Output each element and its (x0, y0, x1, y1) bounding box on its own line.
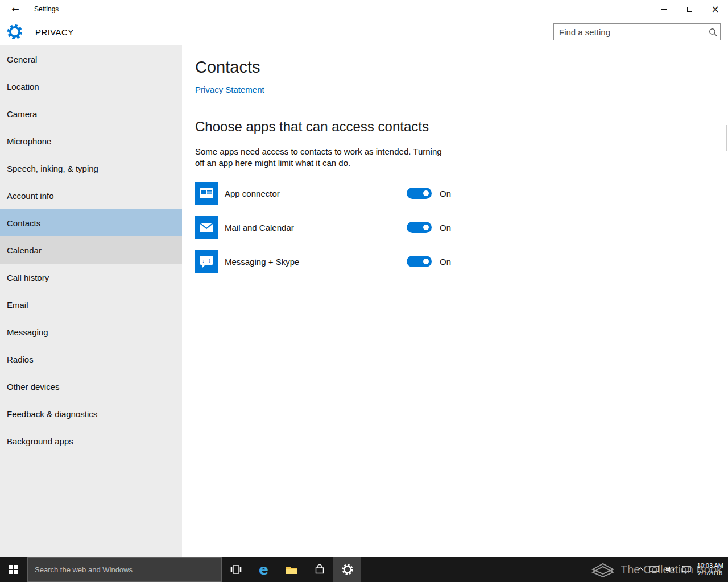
restore-button[interactable] (677, 0, 702, 18)
volume-icon[interactable] (665, 566, 676, 573)
sidebar-item-contacts[interactable]: Contacts (0, 209, 182, 236)
search-icon[interactable] (705, 28, 720, 36)
page-title: Contacts (195, 58, 728, 77)
app-header: PRIVACY (0, 18, 728, 45)
settings-content: Contacts Privacy Statement Choose apps t… (182, 45, 728, 557)
back-button[interactable]: ← (6, 0, 25, 18)
store-icon (315, 564, 325, 575)
file-explorer-icon (286, 565, 298, 575)
edge-button[interactable]: e (250, 557, 278, 582)
messaging-skype-toggle[interactable] (407, 256, 432, 267)
system-tray: 10:03 AM 2/1/2016 (638, 557, 728, 582)
toggle-state-label: On (440, 223, 451, 232)
svg-text::-): :-) (202, 258, 211, 264)
windows-logo-icon (9, 565, 18, 574)
scrollbar-thumb[interactable] (726, 125, 727, 151)
app-name: Messaging + Skype (225, 257, 407, 267)
start-button[interactable] (0, 557, 27, 582)
app-name: App connector (225, 189, 407, 198)
privacy-statement-link[interactable]: Privacy Statement (195, 85, 264, 94)
app-connector-toggle[interactable] (407, 188, 432, 199)
minimize-icon (661, 9, 667, 10)
sidebar-item-call-history[interactable]: Call history (0, 264, 182, 291)
sidebar-item-speech-inking-typing[interactable]: Speech, inking, & typing (0, 155, 182, 182)
sidebar-item-general[interactable]: General (0, 45, 182, 73)
sidebar-item-other-devices[interactable]: Other devices (0, 373, 182, 400)
network-icon[interactable] (649, 566, 659, 574)
minimize-button[interactable] (651, 0, 677, 18)
toggle-knob (423, 225, 429, 230)
find-setting-searchbox (553, 23, 721, 40)
window-title: Settings (34, 0, 59, 18)
file-explorer-button[interactable] (278, 557, 305, 582)
main-area: General Location Camera Microphone Speec… (0, 45, 728, 557)
back-arrow-icon: ← (11, 4, 19, 15)
toggle-knob (423, 259, 429, 264)
toggle-state-label: On (440, 257, 451, 267)
sidebar-item-microphone[interactable]: Microphone (0, 127, 182, 155)
sidebar-item-calendar[interactable]: Calendar (0, 236, 182, 264)
window-controls: × (651, 0, 728, 18)
sidebar-item-background-apps[interactable]: Background apps (0, 427, 182, 455)
task-view-icon (230, 565, 242, 574)
edge-icon: e (259, 563, 268, 577)
sidebar-item-feedback-diagnostics[interactable]: Feedback & diagnostics (0, 400, 182, 427)
titlebar: ← Settings × (0, 0, 728, 18)
messaging-skype-icon: :-) (195, 250, 218, 273)
sidebar-item-radios[interactable]: Radios (0, 346, 182, 373)
close-icon: × (711, 5, 719, 14)
toggle-state-label: On (440, 189, 451, 198)
app-row-mail-calendar: Mail and Calendar On (195, 216, 728, 239)
app-row-messaging-skype: :-) Messaging + Skype On (195, 250, 728, 273)
settings-gear-icon (6, 23, 23, 40)
app-name: Mail and Calendar (225, 223, 407, 232)
find-setting-input[interactable] (554, 27, 705, 37)
taskbar-search-input[interactable] (28, 566, 221, 574)
settings-gear-taskbar-icon (341, 563, 354, 576)
sidebar-item-account-info[interactable]: Account info (0, 182, 182, 209)
close-button[interactable]: × (702, 0, 728, 18)
mail-calendar-toggle[interactable] (407, 222, 432, 233)
taskbar-searchbox (27, 557, 222, 582)
clock-time: 10:03 AM (697, 562, 723, 569)
action-center-icon[interactable] (682, 566, 691, 574)
page-header-title: PRIVACY (35, 18, 74, 45)
toggle-knob (423, 190, 429, 196)
restore-icon (687, 7, 692, 12)
task-view-button[interactable] (222, 557, 250, 582)
sidebar-item-email[interactable]: Email (0, 291, 182, 318)
app-permission-list: App connector On Mail and Calendar On (195, 182, 728, 273)
taskbar: e (0, 557, 728, 582)
mail-calendar-icon (195, 216, 218, 239)
sidebar-item-location[interactable]: Location (0, 73, 182, 100)
settings-taskbar-button[interactable] (333, 557, 361, 582)
section-title: Choose apps that can access contacts (195, 119, 728, 135)
app-connector-icon (195, 182, 218, 205)
clock-date: 2/1/2016 (697, 569, 723, 577)
sidebar-item-camera[interactable]: Camera (0, 100, 182, 127)
sidebar-item-messaging[interactable]: Messaging (0, 318, 182, 346)
tray-chevron-up-icon[interactable] (637, 567, 643, 573)
section-description: Some apps need access to contacts to wor… (195, 146, 448, 169)
app-row-app-connector: App connector On (195, 182, 728, 205)
taskbar-clock[interactable]: 10:03 AM 2/1/2016 (697, 562, 723, 577)
store-button[interactable] (305, 557, 333, 582)
privacy-sidebar: General Location Camera Microphone Speec… (0, 45, 182, 557)
